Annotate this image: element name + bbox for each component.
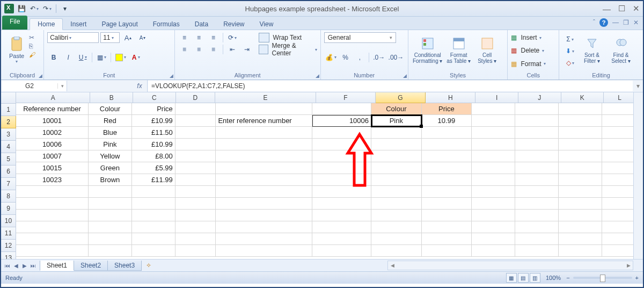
cell-G10[interactable]: [371, 210, 422, 221]
align-right-button[interactable]: ≡: [207, 44, 220, 55]
cell-L12[interactable]: [602, 233, 633, 245]
italic-button[interactable]: I: [62, 52, 75, 63]
cell-F9[interactable]: [312, 198, 371, 210]
tab-page-layout[interactable]: Page Layout: [94, 19, 145, 30]
cell-A8[interactable]: [16, 186, 89, 198]
minimize-ribbon-icon[interactable]: ˆ: [593, 19, 595, 26]
grid-cells[interactable]: ABCDEFGHIJKL Reference numberColourPrice…: [16, 92, 633, 259]
cell-L4[interactable]: [602, 139, 633, 150]
column-header-J[interactable]: J: [518, 92, 561, 103]
cell-K6[interactable]: [559, 162, 602, 174]
worksheet-grid[interactable]: 12345678910111213 ABCDEFGHIJKL Reference…: [1, 92, 643, 259]
normal-view-button[interactable]: ▦: [506, 273, 517, 283]
cell-C1[interactable]: Price: [132, 103, 175, 115]
cell-G13[interactable]: [371, 245, 422, 257]
name-box-dropdown[interactable]: ▾: [57, 83, 67, 89]
cell-C9[interactable]: [132, 198, 175, 210]
cell-E11[interactable]: [216, 221, 312, 233]
align-bottom-button[interactable]: ≡: [207, 32, 220, 43]
row-header-7[interactable]: 7: [1, 178, 16, 190]
cell-H3[interactable]: [422, 127, 472, 139]
row-header-8[interactable]: 8: [1, 190, 16, 203]
underline-button[interactable]: U: [76, 52, 89, 63]
merge-center-button[interactable]: Merge & Center: [259, 44, 317, 55]
cell-C6[interactable]: £5.99: [132, 162, 175, 174]
sort-filter-button[interactable]: Sort &Filter ▾: [577, 32, 606, 68]
cell-K12[interactable]: [559, 233, 602, 245]
zoom-slider[interactable]: − +: [566, 275, 639, 281]
cell-L2[interactable]: [602, 115, 633, 127]
scroll-left-button[interactable]: ◀: [388, 263, 397, 268]
row-header-9[interactable]: 9: [1, 203, 16, 215]
row-header-10[interactable]: 10: [1, 215, 16, 227]
cell-J4[interactable]: [515, 139, 559, 150]
increase-decimal-button[interactable]: .0→: [372, 52, 386, 63]
cell-D6[interactable]: [175, 162, 216, 174]
column-header-A[interactable]: A: [16, 92, 90, 103]
cell-G2[interactable]: Pink: [371, 115, 422, 127]
save-button[interactable]: 💾: [16, 3, 27, 14]
cell-F13[interactable]: [312, 245, 371, 257]
column-header-K[interactable]: K: [561, 92, 604, 103]
cell-G7[interactable]: [371, 174, 422, 186]
cell-E6[interactable]: [216, 162, 312, 174]
cell-C2[interactable]: £10.99: [132, 115, 175, 127]
cell-B2[interactable]: Red: [89, 115, 132, 127]
cell-G3[interactable]: [371, 127, 422, 139]
cell-H10[interactable]: [422, 210, 472, 221]
cell-G5[interactable]: [371, 150, 422, 162]
cell-J8[interactable]: [515, 186, 559, 198]
minimize-button[interactable]: —: [603, 4, 611, 13]
cell-C11[interactable]: [132, 221, 175, 233]
cell-B8[interactable]: [89, 186, 132, 198]
cell-L9[interactable]: [602, 198, 633, 210]
cell-A3[interactable]: 10002: [16, 127, 89, 139]
cell-A4[interactable]: 10006: [16, 139, 89, 150]
cell-A11[interactable]: [16, 221, 89, 233]
scroll-right-button[interactable]: ▶: [624, 263, 633, 268]
cut-icon[interactable]: ✂: [29, 34, 35, 41]
row-header-11[interactable]: 11: [1, 227, 16, 240]
cell-J1[interactable]: [515, 103, 559, 115]
cell-J2[interactable]: [515, 115, 559, 127]
cell-G11[interactable]: [371, 221, 422, 233]
dialog-launcher-icon[interactable]: ◢: [170, 73, 173, 78]
cell-L8[interactable]: [602, 186, 633, 198]
find-select-button[interactable]: Find &Select ▾: [606, 32, 635, 68]
cell-C4[interactable]: £10.99: [132, 139, 175, 150]
cell-A10[interactable]: [16, 210, 89, 221]
dialog-launcher-icon[interactable]: ◢: [39, 73, 42, 78]
name-box-input[interactable]: [2, 82, 57, 90]
accounting-format-button[interactable]: 💰: [324, 52, 338, 63]
format-as-table-button[interactable]: Formatas Table ▾: [444, 32, 474, 68]
cell-K3[interactable]: [559, 127, 602, 139]
border-button[interactable]: ▦: [95, 52, 108, 63]
row-header-4[interactable]: 4: [1, 141, 16, 153]
cell-D1[interactable]: [175, 103, 216, 115]
bold-button[interactable]: B: [47, 52, 60, 63]
cell-E9[interactable]: [216, 198, 312, 210]
qat-customize-button[interactable]: ▾: [60, 3, 70, 14]
cell-E13[interactable]: [216, 245, 312, 257]
cell-F8[interactable]: [312, 186, 371, 198]
cell-C8[interactable]: [132, 186, 175, 198]
tab-formulas[interactable]: Formulas: [145, 19, 187, 30]
cell-E5[interactable]: [216, 150, 312, 162]
first-sheet-button[interactable]: ⏮: [3, 263, 12, 269]
window-restore-icon[interactable]: ❐: [623, 19, 629, 26]
row-header-2[interactable]: 2: [1, 116, 16, 128]
cell-B7[interactable]: Brown: [89, 174, 132, 186]
decrease-decimal-button[interactable]: .00→: [387, 52, 405, 63]
cell-D4[interactable]: [175, 139, 216, 150]
cell-L13[interactable]: [602, 245, 633, 257]
vertical-scrollbar[interactable]: [633, 92, 643, 259]
cell-B6[interactable]: Green: [89, 162, 132, 174]
help-icon[interactable]: ?: [599, 18, 608, 27]
cell-H13[interactable]: [422, 245, 472, 257]
cell-I13[interactable]: [472, 245, 515, 257]
cell-I3[interactable]: [472, 127, 515, 139]
zoom-level[interactable]: 100%: [546, 275, 561, 281]
cell-L10[interactable]: [602, 210, 633, 221]
cell-H4[interactable]: [422, 139, 472, 150]
tab-file[interactable]: File: [2, 16, 27, 30]
